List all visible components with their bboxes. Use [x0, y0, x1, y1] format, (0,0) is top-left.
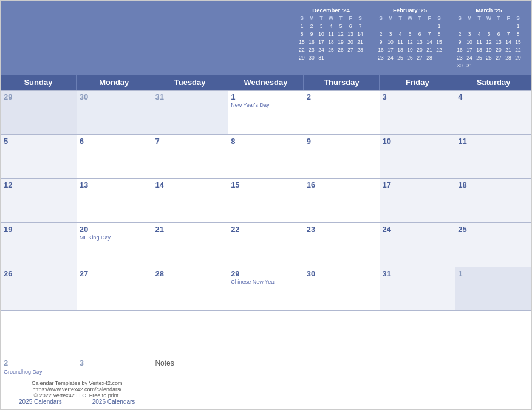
day-number: 28 [155, 269, 225, 278]
calendar-day-cell: 1 [455, 267, 531, 312]
calendar-day-cell: 5 [1, 135, 77, 179]
calendar-day-cell: 23 [304, 223, 380, 267]
credit-line2: https://www.vertex42.com/calendars/ [4, 386, 150, 392]
calendar-container: December '24SMTWTFS123456789101112131415… [0, 0, 532, 410]
day-number: 22 [231, 225, 301, 234]
day-number: 2 [307, 92, 377, 101]
day-number: 14 [155, 180, 225, 190]
calendar-day-cell: 31 [152, 91, 228, 135]
calendar-day-cell: 15 [228, 179, 304, 223]
calendar-day-cell: 29 [1, 91, 77, 135]
day-number: 31 [155, 92, 225, 101]
calendar-day-cell: 14 [152, 179, 228, 223]
footer-row: 2Groundhog Day3Notes Calendar Templates … [1, 355, 531, 409]
day-number: 31 [383, 269, 453, 278]
calendar-day-cell: 12 [1, 179, 77, 223]
day-header: Tuesday [152, 75, 228, 90]
credit-info: Calendar Templates by Vertex42.com https… [4, 380, 150, 398]
calendar-day-cell: 30 [77, 91, 153, 135]
day-header: Wednesday [228, 75, 304, 90]
calendar-day-cell: 4 [455, 91, 531, 135]
calendar-day-cell: 25 [455, 223, 531, 267]
calendar-day-cell: 26 [1, 267, 77, 312]
footer-day-cell-2: 2Groundhog Day [1, 355, 77, 377]
credit-cell: Calendar Templates by Vertex42.com https… [1, 377, 152, 409]
day-number: 11 [458, 137, 528, 146]
footer-day-cell-3: 3 [77, 355, 153, 377]
calendar-day-cell: 21 [152, 223, 228, 267]
day-number: 20 [80, 225, 150, 234]
day-headers-row: SundayMondayTuesdayWednesdayThursdayFrid… [1, 75, 531, 90]
link-2026-calendars[interactable]: 2026 Calendars [92, 398, 135, 405]
day-number: 29 [4, 92, 74, 101]
day-number: 7 [155, 137, 225, 146]
event-label: Chinese New Year [231, 279, 301, 285]
calendar-day-cell: 8 [228, 135, 304, 179]
calendar-day-cell: 11 [455, 135, 531, 179]
calendar-day-cell: 2 [304, 91, 380, 135]
calendar-day-cell: 27 [77, 267, 153, 312]
notes-cell: Notes [152, 355, 455, 377]
day-number: 29 [231, 269, 301, 278]
calendar-day-cell: 3 [380, 91, 456, 135]
event-label: New Year's Day [231, 102, 301, 108]
day-number: 30 [307, 269, 377, 278]
day-number: 16 [307, 180, 377, 190]
day-header: Saturday [455, 75, 531, 90]
day-number: 26 [4, 269, 74, 278]
calendar-day-cell: 10 [380, 135, 456, 179]
event-label: Groundhog Day [4, 369, 74, 375]
day-number: 30 [80, 92, 150, 101]
day-number: 13 [80, 180, 150, 190]
calendar-day-cell: 16 [304, 179, 380, 223]
mini-calendar: February '25SMTWTFS123456789101112131415… [376, 7, 444, 70]
day-header: Friday [380, 75, 455, 90]
day-number: 4 [458, 92, 528, 101]
day-header: Monday [77, 75, 152, 90]
calendar-day-cell: 28 [152, 267, 228, 312]
calendar-day-cell: 1New Year's Day [228, 91, 304, 135]
calendar-day-cell: 30 [304, 267, 380, 312]
credit-line3: © 2022 Vertex42 LLC. Free to print. [4, 392, 150, 398]
day-header: Thursday [304, 75, 380, 90]
day-number: 18 [458, 180, 528, 190]
day-number: 12 [4, 180, 74, 190]
day-number: 3 [80, 358, 84, 367]
mini-calendar: March '25SMTWTFS123456789101112131415161… [455, 7, 523, 70]
calendar-day-cell: 18 [455, 179, 531, 223]
day-number: 25 [458, 225, 528, 234]
day-number: 19 [4, 225, 74, 234]
day-number: 1 [231, 92, 301, 101]
credit-line1: Calendar Templates by Vertex42.com [4, 380, 150, 386]
calendar-day-cell: 6 [77, 135, 153, 179]
calendar-day-cell: 13 [77, 179, 153, 223]
mini-calendars: December '24SMTWTFS123456789101112131415… [297, 7, 523, 70]
day-number: 6 [80, 137, 150, 146]
calendar-day-cell: 31 [380, 267, 456, 312]
calendar-day-cell: 19 [1, 223, 77, 267]
link-2025-calendars[interactable]: 2025 Calendars [19, 398, 62, 405]
day-number: 17 [383, 180, 453, 190]
day-number: 2 [4, 358, 8, 367]
notes-label: Notes [155, 359, 174, 367]
day-number: 8 [231, 137, 301, 146]
day-number: 23 [307, 225, 377, 234]
calendar-day-cell: 29Chinese New Year [228, 267, 304, 312]
day-number: 27 [80, 269, 150, 278]
day-number: 1 [458, 269, 528, 278]
day-number: 9 [307, 137, 377, 146]
credit-links: 2025 Calendars 2026 Calendars [4, 398, 150, 405]
calendar-day-cell: 22 [228, 223, 304, 267]
calendar-day-cell: 24 [380, 223, 456, 267]
day-number: 24 [383, 225, 453, 234]
event-label: ML King Day [80, 234, 150, 241]
day-number: 3 [383, 92, 453, 101]
calendar-day-cell: 17 [380, 179, 456, 223]
day-number: 21 [155, 225, 225, 234]
calendar-header: December '24SMTWTFS123456789101112131415… [1, 1, 531, 75]
calendar-day-cell: 20ML King Day [77, 223, 153, 267]
calendar-grid: 2930311New Year's Day2345678910111213141… [1, 90, 531, 355]
mini-calendar: December '24SMTWTFS123456789101112131415… [297, 7, 365, 70]
day-number: 10 [383, 137, 453, 146]
day-number: 15 [231, 180, 301, 190]
